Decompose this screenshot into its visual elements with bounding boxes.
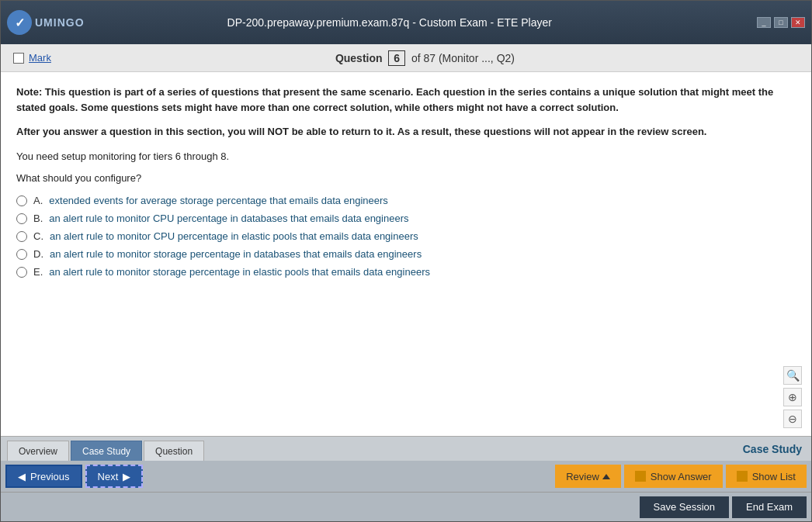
note-paragraph: Note: This question is part of a series …: [16, 85, 796, 115]
option-e-text: an alert rule to monitor storage percent…: [49, 266, 430, 278]
question-total: of 87 (Monitor ..., Q2): [411, 52, 515, 64]
option-e-letter: E.: [33, 266, 43, 278]
question-counter: Question 6 of 87 (Monitor ..., Q2): [51, 50, 799, 66]
option-a-letter: A.: [33, 195, 43, 206]
show-answer-icon: [635, 471, 646, 482]
option-d-letter: D.: [33, 248, 43, 260]
tab-case-study-label: Case Study: [82, 446, 130, 457]
tab-bar: Overview Case Study Question Case Study: [1, 436, 811, 461]
zoom-in-icon[interactable]: ⊕: [783, 388, 802, 406]
radio-b[interactable]: [16, 213, 27, 224]
search-icon[interactable]: 🔍: [783, 366, 802, 385]
next-button[interactable]: Next ▶: [85, 465, 144, 488]
main-content: Note: This question is part of a series …: [1, 72, 811, 436]
save-session-button[interactable]: Save Session: [640, 496, 730, 518]
warning-paragraph: After you answer a question in this sect…: [16, 124, 796, 140]
maximize-button[interactable]: □: [774, 17, 788, 28]
prev-arrow-icon: ◀: [18, 471, 26, 482]
tab-overview[interactable]: Overview: [7, 441, 69, 461]
warning-bold: After you answer a question in this sect…: [16, 126, 706, 137]
tab-overview-label: Overview: [19, 446, 57, 457]
tab-question-label: Question: [155, 446, 193, 457]
next-arrow-icon: ▶: [123, 471, 130, 482]
option-b[interactable]: B. an alert rule to monitor CPU percenta…: [16, 213, 796, 224]
review-label: Review: [566, 471, 599, 482]
mark-checkbox[interactable]: [13, 53, 24, 64]
minimize-button[interactable]: _: [757, 17, 771, 28]
scenario-text: You need setup monitoring for tiers 6 th…: [16, 149, 796, 165]
show-answer-label: Show Answer: [651, 471, 712, 482]
radio-d[interactable]: [16, 249, 27, 260]
tab-question[interactable]: Question: [144, 441, 204, 461]
option-b-text: an alert rule to monitor CPU percentage …: [49, 213, 408, 224]
show-list-label: Show List: [752, 471, 796, 482]
previous-label: Previous: [30, 471, 70, 482]
save-bar: Save Session End Exam: [1, 492, 811, 521]
title-bar: ✓ UMINGO DP-200.prepaway.premium.exam.87…: [1, 1, 811, 44]
option-a[interactable]: A. extended events for average storage p…: [16, 195, 796, 206]
show-answer-button[interactable]: Show Answer: [624, 465, 723, 488]
next-label: Next: [98, 471, 119, 482]
note-bold: Note: This question is part of a series …: [16, 86, 773, 113]
option-c-letter: C.: [33, 230, 43, 242]
options-list: A. extended events for average storage p…: [16, 195, 796, 278]
zoom-out-icon[interactable]: ⊖: [783, 410, 802, 428]
app-window: ✓ UMINGO DP-200.prepaway.premium.exam.87…: [0, 0, 812, 522]
option-d[interactable]: D. an alert rule to monitor storage perc…: [16, 248, 796, 260]
question-text: What should you configure?: [16, 172, 796, 184]
review-button[interactable]: Review: [555, 465, 621, 488]
review-arrow-icon: [602, 474, 610, 479]
end-exam-button[interactable]: End Exam: [732, 496, 807, 518]
button-bar: ◀ Previous Next ▶ Review Show Answer Sho…: [1, 461, 811, 492]
radio-c[interactable]: [16, 231, 27, 242]
window-controls: _ □ ✕: [757, 17, 805, 28]
save-session-label: Save Session: [654, 501, 716, 513]
option-c[interactable]: C. an alert rule to monitor CPU percenta…: [16, 230, 796, 242]
mark-link[interactable]: Mark: [29, 52, 51, 64]
previous-button[interactable]: ◀ Previous: [5, 465, 82, 488]
toolbar: Mark Question 6 of 87 (Monitor ..., Q2): [1, 44, 811, 72]
option-e[interactable]: E. an alert rule to monitor storage perc…: [16, 266, 796, 278]
show-list-icon: [737, 471, 748, 482]
window-title: DP-200.prepaway.premium.exam.87q - Custo…: [23, 16, 757, 29]
question-number: 6: [388, 50, 405, 66]
option-c-text: an alert rule to monitor CPU percentage …: [50, 230, 418, 242]
tab-case-study[interactable]: Case Study: [71, 441, 142, 461]
question-label: Question: [335, 52, 383, 64]
tab-side-label: Case Study: [743, 443, 802, 455]
radio-a[interactable]: [16, 195, 27, 206]
end-exam-label: End Exam: [746, 501, 793, 513]
option-a-text: extended events for average storage perc…: [49, 195, 388, 206]
option-b-letter: B.: [33, 213, 43, 224]
zoom-controls: 🔍 ⊕ ⊖: [783, 366, 802, 428]
option-d-text: an alert rule to monitor storage percent…: [50, 248, 422, 260]
radio-e[interactable]: [16, 267, 27, 278]
show-list-button[interactable]: Show List: [726, 465, 807, 488]
close-button[interactable]: ✕: [791, 17, 805, 28]
